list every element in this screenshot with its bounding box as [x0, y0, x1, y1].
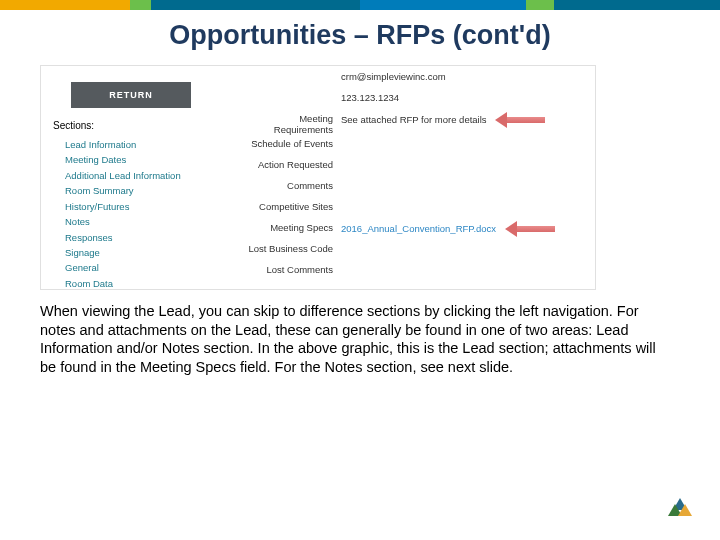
- section-link-meeting-dates[interactable]: Meeting Dates: [65, 155, 185, 166]
- sections-list: Lead Information Meeting Dates Additiona…: [65, 140, 185, 294]
- section-link-notes[interactable]: Notes: [65, 217, 185, 228]
- section-link-additional-lead[interactable]: Additional Lead Information: [65, 171, 185, 182]
- meeting-requirements-label: Meeting Requirements: [241, 114, 341, 136]
- section-link-lead-information[interactable]: Lead Information: [65, 140, 185, 151]
- competitive-label: Competitive Sites: [241, 202, 341, 213]
- arrow-icon: [505, 223, 555, 235]
- details-column: crm@simpleviewinc.com 123.123.1234 Meeti…: [241, 72, 591, 286]
- slide-top-accent: [0, 0, 720, 10]
- arrow-icon: [495, 114, 545, 126]
- section-link-general[interactable]: General: [65, 263, 185, 274]
- meeting-requirements-value: See attached RFP for more details: [341, 114, 591, 126]
- section-link-room-summary[interactable]: Room Summary: [65, 186, 185, 197]
- return-button[interactable]: RETURN: [71, 82, 191, 108]
- section-link-room-data[interactable]: Room Data: [65, 279, 185, 290]
- lost-comments-label: Lost Comments: [241, 265, 341, 276]
- section-link-signage[interactable]: Signage: [65, 248, 185, 259]
- schedule-label: Schedule of Events: [241, 139, 341, 150]
- crm-screenshot: RETURN Sections: Lead Information Meetin…: [40, 65, 596, 290]
- brand-logo-icon: [666, 498, 692, 522]
- action-label: Action Requested: [241, 160, 341, 171]
- specs-attachment-link[interactable]: 2016_Annual_Convention_RFP.docx: [341, 223, 591, 235]
- sections-heading: Sections:: [53, 120, 94, 131]
- section-link-responses[interactable]: Responses: [65, 233, 185, 244]
- lost-code-label: Lost Business Code: [241, 244, 341, 255]
- slide-title: Opportunities – RFPs (cont'd): [0, 20, 720, 51]
- contact-phone: 123.123.1234: [341, 93, 591, 104]
- specs-label: Meeting Specs: [241, 223, 341, 234]
- slide-body-text: When viewing the Lead, you can skip to d…: [40, 302, 670, 376]
- contact-email: crm@simpleviewinc.com: [341, 72, 591, 83]
- comments-label: Comments: [241, 181, 341, 192]
- section-link-history-futures[interactable]: History/Futures: [65, 202, 185, 213]
